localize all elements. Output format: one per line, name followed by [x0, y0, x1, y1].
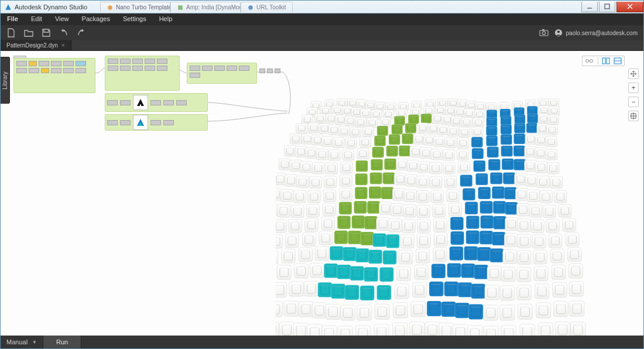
save-icon[interactable] [42, 28, 51, 37]
node[interactable] [267, 69, 273, 73]
node[interactable] [259, 69, 265, 73]
browser-tab[interactable]: URL Toolkit [241, 2, 293, 12]
svg-rect-406 [513, 146, 525, 157]
svg-rect-433 [340, 162, 352, 173]
menu-view[interactable]: View [49, 13, 76, 25]
svg-rect-658 [465, 202, 478, 215]
svg-rect-1030 [326, 304, 340, 319]
svg-rect-571 [369, 187, 382, 199]
run-bar: Manual ▼ Run [1, 336, 643, 348]
svg-rect-529 [475, 173, 488, 185]
svg-rect-985 [444, 282, 459, 296]
close-button[interactable] [616, 2, 643, 12]
svg-rect-937 [534, 266, 548, 281]
svg-rect-607 [527, 190, 540, 202]
svg-rect-1024 [299, 302, 313, 317]
svg-rect-889 [294, 264, 308, 278]
menu-help[interactable]: Help [153, 13, 179, 25]
open-icon[interactable] [24, 28, 33, 37]
undo-icon[interactable] [59, 28, 68, 37]
svg-rect-268 [486, 126, 497, 136]
execution-mode-select[interactable]: Manual ▼ [1, 336, 43, 348]
svg-rect-1054 [455, 303, 470, 318]
svg-rect-238 [363, 127, 374, 137]
svg-rect-850 [433, 248, 447, 262]
svg-rect-787 [451, 231, 464, 245]
maximize-button[interactable] [599, 2, 615, 12]
svg-rect-535 [503, 172, 515, 184]
svg-rect-559 [308, 190, 321, 203]
view-background-icon[interactable] [614, 56, 622, 66]
svg-rect-307 [374, 136, 386, 146]
svg-rect-277 [526, 123, 537, 133]
redo-icon[interactable] [77, 28, 86, 37]
svg-rect-913 [415, 265, 429, 280]
svg-rect-172 [367, 118, 378, 127]
svg-rect-766 [348, 231, 361, 244]
view-3d-icon[interactable] [585, 56, 594, 66]
svg-rect-859 [477, 247, 491, 261]
menu-file[interactable]: File [1, 13, 25, 25]
node-group-image[interactable] [105, 114, 208, 131]
svg-rect-223 [309, 123, 320, 133]
node-group[interactable] [187, 63, 257, 84]
svg-rect-982 [429, 282, 444, 296]
library-panel-toggle[interactable]: Library [1, 57, 10, 104]
svg-rect-922 [461, 264, 475, 278]
svg-rect-256 [438, 125, 449, 135]
view-graph-icon[interactable] [602, 56, 610, 66]
svg-rect-778 [400, 235, 414, 248]
svg-rect-583 [417, 191, 430, 203]
svg-rect-373 [372, 147, 384, 158]
svg-rect-643 [390, 204, 403, 217]
node[interactable] [13, 56, 26, 64]
svg-rect-229 [328, 125, 340, 135]
menu-packages[interactable]: Packages [76, 13, 117, 25]
svg-rect-100 [351, 108, 362, 117]
svg-rect-484 [276, 173, 286, 185]
minimize-button[interactable] [581, 2, 598, 12]
svg-rect-202 [487, 117, 498, 126]
pan-icon[interactable] [628, 69, 639, 79]
browser-tab[interactable]: Amp: India [DynaModels] [170, 2, 241, 12]
node[interactable] [275, 69, 280, 73]
svg-rect-697 [337, 216, 351, 229]
svg-rect-505 [370, 173, 382, 184]
svg-rect-625 [307, 204, 320, 217]
browser-tab[interactable]: Nano Turbo Template [100, 2, 170, 12]
svg-rect-466 [488, 159, 501, 170]
svg-rect-763 [334, 231, 348, 244]
svg-point-8 [542, 32, 545, 35]
svg-rect-499 [340, 175, 352, 187]
svg-point-11 [557, 30, 559, 33]
workspace-canvas[interactable]: Library + − [1, 51, 643, 336]
user-account[interactable]: paolo.serra@autodesk.com [554, 29, 638, 37]
new-file-icon[interactable] [6, 28, 16, 37]
menu-edit[interactable]: Edit [25, 13, 49, 25]
fit-icon[interactable] [628, 111, 639, 121]
svg-rect-703 [365, 216, 378, 229]
svg-rect-1018 [276, 302, 282, 317]
svg-rect-685 [276, 220, 286, 232]
svg-rect-430 [326, 163, 338, 174]
svg-rect-1132 [520, 324, 535, 336]
close-tab-icon[interactable]: × [61, 42, 65, 49]
svg-rect-214 [538, 114, 549, 123]
svg-rect-4 [605, 4, 609, 9]
node-group-image[interactable] [105, 93, 208, 112]
svg-rect-178 [394, 116, 405, 125]
svg-rect-898 [337, 265, 351, 279]
zoom-out-icon[interactable]: − [628, 97, 639, 107]
camera-icon[interactable] [539, 28, 549, 37]
menu-settings[interactable]: Settings [117, 13, 153, 25]
svg-rect-208 [515, 115, 526, 124]
svg-rect-16 [607, 58, 609, 64]
svg-rect-280 [537, 124, 548, 134]
run-button[interactable]: Run [43, 336, 81, 348]
node-group[interactable] [105, 56, 180, 91]
document-tab[interactable]: PatternDesign2.dyn × [1, 40, 71, 50]
zoom-in-icon[interactable]: + [628, 83, 639, 93]
node-group[interactable] [13, 58, 95, 93]
svg-rect-874 [550, 249, 564, 263]
svg-rect-1102 [355, 326, 370, 336]
